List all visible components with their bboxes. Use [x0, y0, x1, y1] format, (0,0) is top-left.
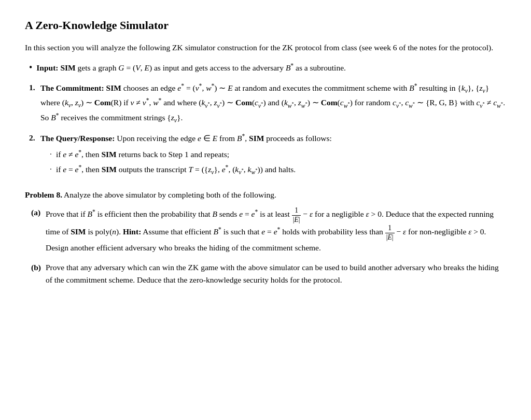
part-b-content: Prove that any adversary which can win t… [46, 261, 506, 286]
sub-item-2: · if e = e*, then SIM outputs the transc… [50, 163, 506, 177]
input-content: Input: SIM gets a graph G = (V, E) as in… [36, 61, 506, 74]
query-text: Upon receiving the edge e ∈ E from B*, S… [117, 134, 332, 143]
part-a-content: Prove that if B* is efficient then the p… [46, 206, 506, 254]
commitment-number: 1. [29, 81, 40, 94]
problem-header: Problem 8. Analyze the above simulator b… [25, 189, 506, 201]
commitment-text: SIM chooses an edge e* = (v*, w*) ∼ E at… [40, 83, 505, 122]
query-content: The Query/Response: Upon receiving the e… [40, 132, 506, 180]
bullet-icon: • [29, 61, 32, 75]
intro-paragraph: In this section you will analyze the fol… [25, 41, 506, 54]
part-a: (a) Prove that if B* is efficient then t… [31, 206, 506, 254]
part-b: (b) Prove that any adversary which can w… [31, 261, 506, 286]
sub-dot-2: · [50, 163, 52, 175]
query-label: The Query/Response: [40, 134, 115, 143]
part-a-label: (a) [31, 206, 46, 219]
part-b-label: (b) [31, 261, 46, 274]
commitment-content: The Commitment: SIM chooses an edge e* =… [40, 81, 506, 125]
commitment-label: The Commitment: [40, 83, 104, 92]
problem-number: Problem 8. [25, 190, 62, 199]
problem-intro: Analyze the above simulator by completin… [64, 190, 276, 199]
query-number: 2. [29, 132, 40, 144]
problem-parts: (a) Prove that if B* is efficient then t… [31, 206, 506, 286]
commitment-item: 1. The Commitment: SIM chooses an edge e… [29, 81, 506, 125]
sub-item-1-text: if e ≠ e*, then SIM returns back to Step… [56, 148, 229, 161]
page-title: A Zero-Knowledge Simulator [25, 17, 506, 34]
input-item: • Input: SIM gets a graph G = (V, E) as … [29, 61, 506, 75]
query-sub-items: · if e ≠ e*, then SIM returns back to St… [50, 148, 506, 177]
sub-dot-1: · [50, 148, 52, 160]
input-text: SIM gets a graph G = (V, E) as input and… [60, 63, 345, 72]
sub-item-1: · if e ≠ e*, then SIM returns back to St… [50, 148, 506, 161]
input-label: Input: [36, 63, 58, 72]
query-item: 2. The Query/Response: Upon receiving th… [29, 132, 506, 180]
sub-item-2-text: if e = e*, then SIM outputs the transcri… [56, 163, 296, 177]
